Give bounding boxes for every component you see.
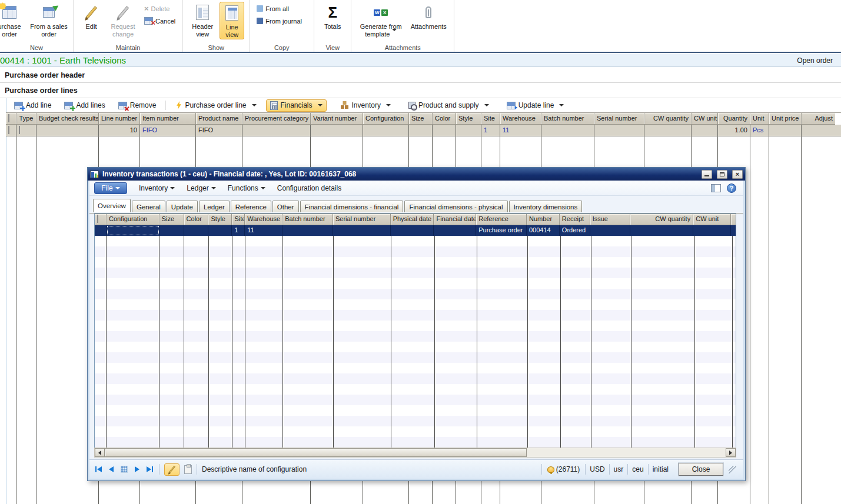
po-cell-line-number[interactable]: 10 <box>99 125 140 136</box>
paste-icon[interactable] <box>184 465 192 474</box>
product-and-supply-menu-button[interactable]: Product and supply <box>405 100 493 111</box>
dlg-col-issue[interactable]: Issue <box>590 214 630 225</box>
new-purchase-order-button[interactable]: urchase order <box>0 2 27 39</box>
from-journal-button[interactable]: From journal <box>254 15 304 26</box>
po-col-size[interactable]: Size <box>409 113 433 125</box>
dlg-cell-configuration[interactable] <box>107 225 159 236</box>
dialog-grid-selected-row[interactable]: 1 11 Purchase order 000414 Ordered <box>95 225 736 236</box>
add-lines-button[interactable]: Add lines <box>61 100 108 111</box>
dlg-cell-warehouse[interactable]: 11 <box>245 225 282 236</box>
po-col-line-number[interactable]: Line number <box>99 113 140 125</box>
edit-button[interactable]: Edit <box>78 2 104 39</box>
previous-record-button[interactable] <box>108 466 115 472</box>
dlg-cell-color[interactable] <box>184 225 209 236</box>
configuration-details-menu[interactable]: Configuration details <box>277 184 341 192</box>
po-cell-batch[interactable] <box>541 125 594 136</box>
po-cell-procurement[interactable] <box>242 125 311 136</box>
po-cell-size[interactable] <box>409 125 433 136</box>
dlg-cell-site[interactable]: 1 <box>232 225 245 236</box>
dlg-cell-style[interactable] <box>208 225 232 236</box>
tab-financial-dimensions-physical[interactable]: Financial dimensions - physical <box>404 201 507 212</box>
dlg-col-size[interactable]: Size <box>159 214 184 225</box>
po-cell-cw-unit[interactable] <box>692 125 718 136</box>
po-col-cw-quantity[interactable]: CW quantity <box>644 113 692 125</box>
po-col-adjust[interactable]: Adjust <box>802 113 835 125</box>
po-col-budget-check-results[interactable]: Budget check results <box>36 113 99 125</box>
inventory-menu-button[interactable]: Inventory <box>337 100 394 111</box>
po-cell-cw-quantity[interactable] <box>644 125 692 136</box>
tab-general[interactable]: General <box>132 201 165 212</box>
dlg-col-warehouse[interactable]: Warehouse <box>245 214 282 225</box>
scrollbar-track[interactable] <box>105 448 726 457</box>
po-cell-color[interactable] <box>433 125 456 136</box>
po-grid-row-1[interactable]: 10 FIFO FIFO 1 11 1.00 Pcs <box>6 125 841 136</box>
dlg-row-select-cell[interactable] <box>95 225 107 236</box>
first-record-button[interactable] <box>94 466 103 472</box>
po-cell-unit[interactable]: Pcs <box>750 125 769 136</box>
tab-other[interactable]: Other <box>272 201 299 212</box>
cancel-button[interactable]: × Cancel <box>142 15 178 26</box>
po-cell-warehouse[interactable]: 11 <box>500 125 541 136</box>
po-cell-style[interactable] <box>456 125 481 136</box>
maximize-button[interactable] <box>717 170 727 179</box>
po-row-select-cell[interactable] <box>6 125 16 136</box>
ledger-menu[interactable]: Ledger <box>187 184 215 192</box>
po-col-color[interactable]: Color <box>433 113 456 125</box>
line-view-button[interactable]: Line view <box>220 2 244 39</box>
dlg-col-reference[interactable]: Reference <box>476 214 527 225</box>
next-record-button[interactable] <box>134 466 141 472</box>
dlg-cell-batch[interactable] <box>282 225 333 236</box>
po-cell-serial[interactable] <box>594 125 644 136</box>
po-col-style[interactable]: Style <box>456 113 481 125</box>
tab-update[interactable]: Update <box>167 201 198 212</box>
dlg-col-physical-date[interactable]: Physical date <box>391 214 434 225</box>
dialog-horizontal-scrollbar[interactable] <box>94 448 736 458</box>
po-cell-site[interactable]: 1 <box>481 125 500 136</box>
edit-mode-button[interactable] <box>164 463 179 476</box>
financials-menu-button[interactable]: Financials <box>266 99 327 112</box>
po-col-unit[interactable]: Unit <box>750 113 769 125</box>
po-col-unit-price[interactable]: Unit price <box>769 113 802 125</box>
po-col-type[interactable]: Type <box>16 113 36 125</box>
tab-ledger[interactable]: Ledger <box>199 201 230 212</box>
from-all-button[interactable]: From all <box>254 3 304 14</box>
dlg-cell-receipt[interactable]: Ordered <box>560 225 590 236</box>
tab-inventory-dimensions[interactable]: Inventory dimensions <box>509 201 583 212</box>
dlg-cell-size[interactable] <box>159 225 184 236</box>
grid-layout-icon[interactable] <box>711 184 721 192</box>
po-cell-unit-price[interactable] <box>769 125 802 136</box>
po-cell-quantity[interactable]: 1.00 <box>718 125 750 136</box>
dlg-col-batch-number[interactable]: Batch number <box>282 214 333 225</box>
purchase-order-lines-section[interactable]: Purchase order lines <box>0 83 841 98</box>
purchase-order-header-section[interactable]: Purchase order header <box>0 68 841 83</box>
user-field[interactable]: usr <box>614 465 624 473</box>
partition-field[interactable]: initial <box>653 465 669 473</box>
po-col-quantity[interactable]: Quantity <box>718 113 750 125</box>
po-col-procurement-category[interactable]: Procurement category <box>242 113 311 125</box>
delete-button[interactable]: × Delete <box>142 3 178 14</box>
row-checkbox[interactable] <box>8 126 9 134</box>
dlg-col-cw-quantity[interactable]: CW quantity <box>630 214 694 225</box>
po-select-all-header[interactable] <box>6 113 16 125</box>
po-cell-budget[interactable] <box>36 125 99 136</box>
dlg-cell-reference[interactable]: Purchase order <box>476 225 527 236</box>
dlg-col-cw-unit[interactable]: CW unit <box>693 214 731 225</box>
dlg-col-receipt[interactable]: Receipt <box>560 214 590 225</box>
purchase-order-line-menu-button[interactable]: Purchase order line <box>172 100 260 111</box>
po-col-site[interactable]: Site <box>481 113 500 125</box>
dlg-cell-financial-date[interactable] <box>434 225 476 236</box>
dlg-col-color[interactable]: Color <box>184 214 209 225</box>
minimize-button[interactable] <box>702 170 712 179</box>
po-col-warehouse[interactable]: Warehouse <box>500 113 541 125</box>
last-record-button[interactable] <box>145 466 154 472</box>
header-view-button[interactable]: Header view <box>188 2 217 39</box>
dlg-col-serial-number[interactable]: Serial number <box>333 214 391 225</box>
attachments-button[interactable]: Attachments <box>408 2 449 39</box>
request-change-button[interactable]: Request change <box>107 2 139 39</box>
dlg-col-site[interactable]: Site <box>232 214 245 225</box>
po-cell-product-name[interactable]: FIFO <box>196 125 242 136</box>
po-col-batch-number[interactable]: Batch number <box>541 113 594 125</box>
update-line-menu-button[interactable]: Update line <box>503 100 568 111</box>
resize-grip[interactable] <box>729 466 736 473</box>
tab-overview[interactable]: Overview <box>93 199 131 212</box>
